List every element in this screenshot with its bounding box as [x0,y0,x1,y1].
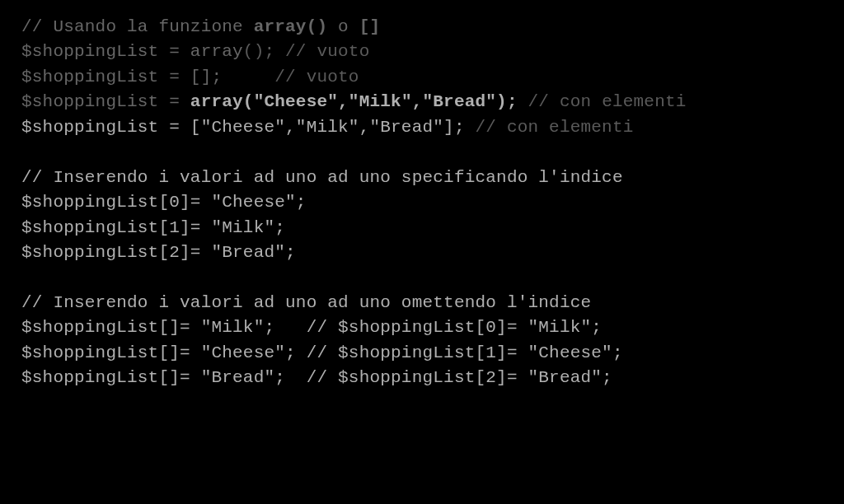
code-segment: // con elementi [518,92,687,111]
code-line [21,265,823,290]
code-segment: // Inserendo i valori ad uno ad uno omet… [21,293,591,312]
code-segment: $shoppingList[2]= "Bread"; [21,243,296,262]
code-segment: array("Cheese","Milk","Bread"); [190,92,518,111]
code-segment: // vuoto [274,68,359,86]
code-segment: // Inserendo i valori ad uno ad uno spec… [21,168,623,187]
code-segment: [] [359,17,381,36]
code-segment: $shoppingList[1]= "Milk"; [21,218,285,237]
code-line: $shoppingList[2]= "Bread"; [21,240,823,265]
code-line: // Usando la funzione array() o [] [21,15,823,40]
code-segment: $shoppingList[]= "Milk"; // $shoppingLis… [21,318,602,337]
code-segment: o [327,17,359,36]
code-segment: $shoppingList = []; [21,68,274,86]
code-line: // Inserendo i valori ad uno ad uno spec… [21,166,823,190]
code-segment: // con elementi [476,118,634,137]
code-segment: $shoppingList = array [21,42,243,61]
code-line: $shoppingList = array(); // vuoto [21,40,823,64]
code-line: $shoppingList[1]= "Milk"; [21,216,823,240]
code-line: $shoppingList = array("Cheese","Milk","B… [21,90,823,114]
code-segment: array() [254,17,328,36]
code-line [21,140,823,165]
code-segment: $shoppingList = [21,92,190,111]
code-line: $shoppingList = ["Cheese","Milk","Bread"… [21,115,823,140]
code-line: $shoppingList[0]= "Cheese"; [21,190,823,215]
code-line: $shoppingList[]= "Milk"; // $shoppingLis… [21,315,823,340]
code-block: // Usando la funzione array() o []$shopp… [0,0,844,406]
code-segment: // Usando la funzione [21,17,254,36]
code-segment: $shoppingList[0]= "Cheese"; [21,193,307,212]
code-segment: $shoppingList[]= "Cheese"; // $shoppingL… [21,343,623,362]
code-segment: $shoppingList = ["Cheese","Milk","Bread"… [21,118,476,137]
code-segment: (); // vuoto [243,42,370,61]
code-line: $shoppingList[]= "Cheese"; // $shoppingL… [21,341,823,366]
code-line: // Inserendo i valori ad uno ad uno omet… [21,291,823,315]
code-line: $shoppingList = []; // vuoto [21,65,823,90]
code-segment: $shoppingList[]= "Bread"; // $shoppingLi… [21,368,612,387]
code-line: $shoppingList[]= "Bread"; // $shoppingLi… [21,366,823,390]
